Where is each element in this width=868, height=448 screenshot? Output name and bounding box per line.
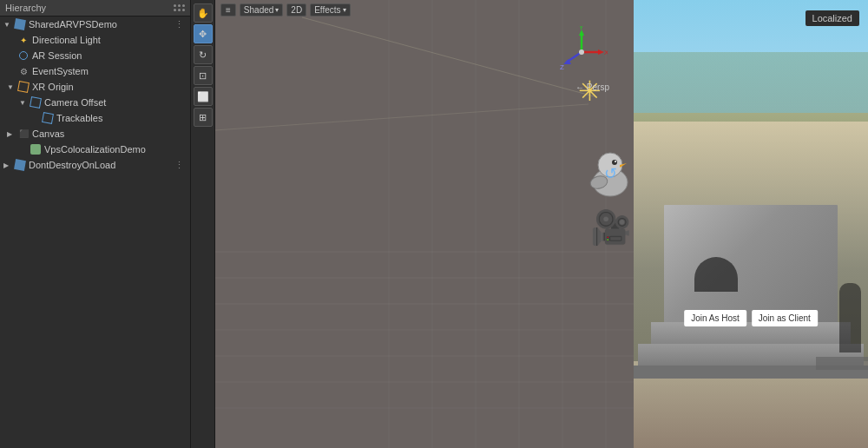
tree-item-arsession[interactable]: AR Session <box>0 48 190 63</box>
gizmo-widget[interactable]: Y X Z <box>556 26 608 78</box>
svg-text:↺: ↺ <box>604 165 617 182</box>
tree-item-dontdestroy[interactable]: ▶DontDestroyOnLoad⋮ <box>0 157 190 173</box>
tree-icon-dontdestroy <box>14 159 26 171</box>
hierarchy-panel: Hierarchy ▼SharedARVPSDemo⋮✦Directional … <box>0 0 191 448</box>
tree-label-eventsystem: EventSystem <box>32 66 187 76</box>
tree-label-canvas: Canvas <box>32 128 187 139</box>
tree-item-xrorigin[interactable]: ▼XR Origin <box>0 79 190 95</box>
tree-label-xrorigin: XR Origin <box>32 82 187 92</box>
svg-text:X: X <box>604 49 608 56</box>
svg-line-13 <box>302 17 597 97</box>
bench <box>816 357 868 370</box>
bg-foliage <box>634 52 868 122</box>
scene-area: ✋ ✥ ↻ ⊡ ⬜ ⊞ ≡ Shaded ▾ 2D Effects ▾ <box>191 0 634 448</box>
localized-badge: Localized <box>806 10 859 26</box>
tree-arrow-canvas: ▶ <box>7 130 17 138</box>
svg-text:Z: Z <box>560 63 564 71</box>
tree-icon-xrorigin <box>17 81 30 93</box>
svg-point-18 <box>615 161 616 162</box>
tree-arrow-dontdestroy: ▶ <box>3 161 14 169</box>
tree-item-cameraoffset[interactable]: ▼Camera Offset <box>0 95 190 110</box>
tree-icon-vpsdemo <box>30 143 42 155</box>
tool-scale[interactable]: ⊡ <box>194 66 213 85</box>
tree-label-arsession: AR Session <box>32 50 187 61</box>
svg-text:Y: Y <box>579 26 584 31</box>
scene-character-object[interactable]: ↺ <box>580 146 634 204</box>
tree-label-dontdestroy: DontDestroyOnLoad <box>29 160 172 170</box>
hierarchy-title: Hierarchy <box>5 3 46 13</box>
tree-arrow-xrorigin: ▼ <box>7 83 17 91</box>
tree-icon-trackables <box>42 112 54 124</box>
svg-marker-26 <box>598 49 604 55</box>
tree-label-root: SharedARVPSDemo <box>29 19 172 30</box>
tree-arrow-cameraoffset: ▼ <box>19 99 30 107</box>
tool-rect[interactable]: ⬜ <box>194 87 213 106</box>
tree-icon-arsession <box>17 49 30 62</box>
tree-item-eventsystem[interactable]: ⚙EventSystem <box>0 63 190 79</box>
ar-panel: Localized Join As Host Join as Client <box>634 0 868 448</box>
tree-label-trackables: Trackables <box>56 113 187 123</box>
tree-label-vpsdemo: VpsColocalizationDemo <box>44 144 187 155</box>
tree-dots-dontdestroy[interactable]: ⋮ <box>172 160 187 171</box>
tree-item-vpsdemo[interactable]: VpsColocalizationDemo <box>0 142 190 157</box>
hierarchy-menu-icon[interactable] <box>174 4 185 11</box>
hierarchy-title-area: Hierarchy <box>5 3 46 13</box>
camera-object[interactable]: 🎥 <box>590 208 631 247</box>
tree-icon-eventsystem: ⚙ <box>17 65 30 77</box>
tree-label-cameraoffset: Camera Offset <box>44 97 187 108</box>
hierarchy-tree: ▼SharedARVPSDemo⋮✦Directional LightAR Se… <box>0 16 190 173</box>
ar-camera-view: Localized Join As Host Join as Client <box>634 0 868 448</box>
join-client-button[interactable]: Join as Client <box>752 310 818 326</box>
tree-label-dirlight: Directional Light <box>32 35 187 45</box>
tool-hand[interactable]: ✋ <box>194 3 213 23</box>
join-host-button[interactable]: Join As Host <box>684 310 746 326</box>
scene-menu-btn[interactable]: ≡ <box>220 3 236 16</box>
shaded-dropdown[interactable]: Shaded ▾ <box>240 3 283 16</box>
scene-toolbar: ✋ ✥ ↻ ⊡ ⬜ ⊞ <box>191 0 215 448</box>
tree-item-canvas[interactable]: ▶⬛Canvas <box>0 126 190 142</box>
tree-icon-canvas: ⬛ <box>17 128 30 140</box>
person-silhouette <box>839 283 861 352</box>
svg-line-14 <box>215 104 589 130</box>
hierarchy-header: Hierarchy <box>0 0 190 16</box>
tool-combined[interactable]: ⊞ <box>194 108 213 127</box>
ar-buttons-container: Join As Host Join as Client <box>684 310 818 326</box>
perspective-label: ← Persp <box>575 82 609 92</box>
tree-dots-root[interactable]: ⋮ <box>172 19 187 30</box>
concrete-structure <box>642 188 859 379</box>
effects-dropdown[interactable]: Effects ▾ <box>310 3 350 16</box>
tree-item-root[interactable]: ▼SharedARVPSDemo⋮ <box>0 16 190 32</box>
tool-rotate[interactable]: ↻ <box>194 45 213 64</box>
tree-icon-dirlight: ✦ <box>17 34 30 46</box>
tree-arrow-root: ▼ <box>3 21 14 29</box>
tree-item-dirlight[interactable]: ✦Directional Light <box>0 32 190 48</box>
tool-move[interactable]: ✥ <box>194 24 213 43</box>
tree-icon-root <box>14 18 26 30</box>
scene-viewport[interactable]: ≡ Shaded ▾ 2D Effects ▾ <box>215 0 634 448</box>
scene-top-bar: ≡ Shaded ▾ 2D Effects ▾ <box>215 0 634 19</box>
svg-point-31 <box>579 49 584 55</box>
2d-toggle[interactable]: 2D <box>286 3 306 16</box>
tree-item-trackables[interactable]: Trackables <box>0 110 190 126</box>
tree-icon-cameraoffset <box>30 96 42 109</box>
